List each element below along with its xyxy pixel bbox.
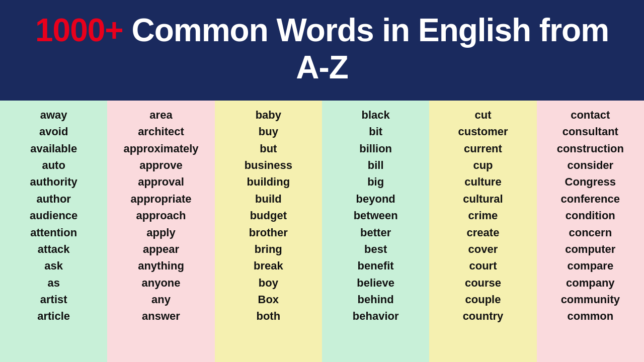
word-item: compare bbox=[567, 258, 613, 274]
word-item: anything bbox=[138, 258, 184, 274]
word-column-4: cutcustomercurrentcupcultureculturalcrim… bbox=[429, 101, 536, 362]
word-item: brother bbox=[249, 225, 288, 240]
word-item: apply bbox=[146, 225, 175, 240]
word-item: building bbox=[247, 174, 290, 190]
word-item: area bbox=[149, 108, 172, 123]
word-column-3: blackbitbillionbillbigbeyondbetweenbette… bbox=[322, 101, 429, 362]
word-item: current bbox=[464, 141, 502, 156]
word-item: couple bbox=[465, 292, 501, 307]
word-item: common bbox=[567, 309, 613, 324]
word-item: better bbox=[360, 225, 391, 240]
word-item: article bbox=[37, 309, 70, 324]
word-column-5: contactconsultantconstructionconsiderCon… bbox=[537, 101, 644, 362]
word-item: between bbox=[354, 208, 398, 223]
word-item: business bbox=[245, 158, 292, 173]
word-item: crime bbox=[468, 208, 498, 223]
word-item: ask bbox=[44, 258, 63, 274]
word-item: customer bbox=[458, 124, 508, 139]
word-item: conference bbox=[561, 192, 620, 207]
word-item: cultural bbox=[463, 192, 503, 207]
word-item: consider bbox=[567, 158, 613, 173]
word-item: boy bbox=[259, 276, 278, 291]
word-item: computer bbox=[565, 242, 615, 257]
word-item: approach bbox=[136, 208, 186, 223]
word-item: big bbox=[367, 174, 384, 190]
word-item: answer bbox=[142, 309, 180, 324]
word-item: authority bbox=[30, 174, 77, 190]
word-item: cut bbox=[474, 108, 491, 123]
word-item: consultant bbox=[562, 124, 618, 139]
word-item: community bbox=[561, 292, 620, 307]
word-item: benefit bbox=[358, 258, 394, 274]
word-item: architect bbox=[138, 124, 184, 139]
word-item: budget bbox=[250, 208, 287, 223]
word-item: attention bbox=[30, 225, 77, 240]
word-item: behavior bbox=[353, 309, 399, 324]
word-item: any bbox=[151, 292, 171, 307]
word-item: condition bbox=[566, 208, 615, 223]
word-item: culture bbox=[464, 174, 501, 190]
word-item: audience bbox=[30, 208, 77, 223]
word-item: concern bbox=[569, 225, 612, 240]
header: 1000+ Common Words in English from A-Z bbox=[0, 0, 644, 101]
word-item: beyond bbox=[356, 192, 395, 207]
header-number: 1000+ bbox=[35, 12, 123, 48]
word-item: construction bbox=[557, 141, 624, 156]
word-item: bit bbox=[369, 124, 382, 139]
word-item: available bbox=[30, 141, 77, 156]
header-title: 1000+ Common Words in English from A-Z bbox=[15, 12, 629, 86]
word-item: as bbox=[47, 276, 59, 291]
word-item: bill bbox=[368, 158, 384, 173]
word-item: course bbox=[465, 276, 501, 291]
word-item: billion bbox=[359, 141, 392, 156]
header-title-text: Common Words in English from A-Z bbox=[123, 12, 609, 85]
columns-area: awayavoidavailableautoauthorityauthoraud… bbox=[0, 101, 644, 362]
word-item: approximately bbox=[123, 141, 198, 156]
word-item: contact bbox=[571, 108, 610, 123]
word-item: best bbox=[364, 242, 387, 257]
word-item: court bbox=[469, 258, 497, 274]
word-item: baby bbox=[256, 108, 281, 123]
word-item: approval bbox=[138, 174, 184, 190]
word-item: but bbox=[260, 141, 277, 156]
word-item: bring bbox=[255, 242, 282, 257]
word-item: artist bbox=[40, 292, 67, 307]
word-item: attack bbox=[38, 242, 70, 257]
word-item: Box bbox=[258, 292, 279, 307]
word-item: buy bbox=[259, 124, 278, 139]
word-item: believe bbox=[357, 276, 394, 291]
word-item: break bbox=[254, 258, 283, 274]
word-item: black bbox=[362, 108, 390, 123]
word-item: Congress bbox=[565, 174, 616, 190]
word-item: both bbox=[256, 309, 280, 324]
word-column-2: babybuybutbusinessbuildingbuildbudgetbro… bbox=[215, 101, 322, 362]
word-item: create bbox=[467, 225, 500, 240]
word-item: appropriate bbox=[130, 192, 191, 207]
word-item: country bbox=[463, 309, 504, 324]
word-item: cover bbox=[468, 242, 498, 257]
word-item: auto bbox=[42, 158, 65, 173]
word-item: cup bbox=[473, 158, 493, 173]
word-column-1: areaarchitectapproximatelyapproveapprova… bbox=[107, 101, 214, 362]
word-item: company bbox=[566, 276, 615, 291]
word-item: behind bbox=[358, 292, 394, 307]
word-item: away bbox=[40, 108, 67, 123]
word-item: build bbox=[255, 192, 282, 207]
word-item: author bbox=[36, 192, 70, 207]
word-column-0: awayavoidavailableautoauthorityauthoraud… bbox=[0, 101, 107, 362]
word-item: appear bbox=[143, 242, 179, 257]
word-item: avoid bbox=[39, 124, 68, 139]
word-item: anyone bbox=[141, 276, 180, 291]
word-item: approve bbox=[139, 158, 183, 173]
